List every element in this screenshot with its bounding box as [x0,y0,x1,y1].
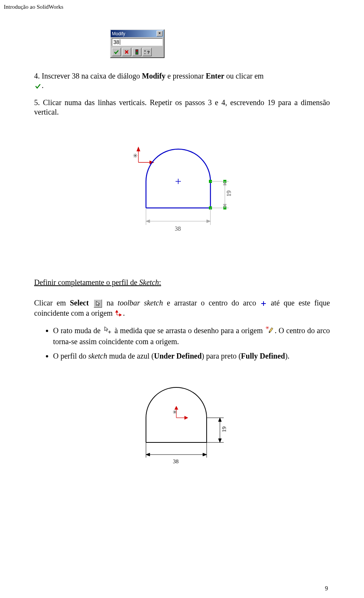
paragraph-select: Clicar em Select na toolbar sketch e arr… [34,298,330,319]
plus-minus-button[interactable]: + − ? [143,48,152,56]
sketch-figure-under-defined: ✳ [34,136,330,236]
select-arrow-icon [94,299,102,308]
svg-marker-54 [218,439,221,442]
bullet-1: O rato muda de à medida que se arrasta o… [53,326,330,346]
step-4-number: 4. [34,72,40,80]
bullet-2-b: muda de azul ( [107,352,154,360]
svg-point-2 [136,53,138,54]
svg-marker-35 [119,314,121,316]
cursor-drag-icon [104,326,112,337]
step-4: 4. Inscrever 38 na caixa de diálogo Modi… [34,71,330,91]
check-icon [114,50,119,54]
bullet-2: O perfil do sketch muda de azul (Under D… [53,351,330,361]
dim-38-label: 38 [175,225,181,232]
traffic-light-icon [135,49,139,55]
modify-value: 38 [113,39,119,45]
cross-blue-icon [261,299,266,308]
para-select-word: Select [70,299,89,307]
svg-text:✳: ✳ [133,153,138,159]
svg-rect-40 [269,328,273,332]
origin-axes-icon [115,309,122,319]
step-4-text-b: e pressionar [166,72,206,80]
bullet-2-c: ) para preto ( [202,352,241,360]
dim-38-label-2: 38 [173,458,179,464]
step-4-enter: Enter [206,72,224,80]
para-select-a: Clicar em [34,299,70,307]
para-select-e: . [123,309,125,317]
step-4-text-a: Inscrever 38 na caixa de diálogo [42,72,142,80]
modify-titlebar: Modify × [111,30,164,37]
svg-point-1 [136,50,138,52]
svg-marker-58 [146,453,150,456]
bullet-2-d: ). [285,352,290,360]
svg-text:✳: ✳ [173,409,177,415]
step-5: 5. Clicar numa das linhas verticais. Rep… [34,98,330,117]
dim-19-label: 19 [226,190,232,197]
section-title-b: : [159,278,161,286]
modify-dialog: Modify × 38 [110,29,330,58]
sketch-figure-fully-defined: ✳ 19 38 [34,376,330,469]
svg-marker-53 [218,418,221,422]
bullet-2-sketch: sketch [88,352,107,360]
svg-marker-59 [203,453,207,456]
bullet-1-b: à medida que se arrasta o desenho para a… [115,326,265,335]
svg-marker-29 [207,220,210,223]
plus-minus-help-icon: + − ? [144,49,150,55]
svg-marker-28 [146,220,150,223]
page-header: Introdução ao SolidWorks [4,4,330,10]
page-number: 9 [325,585,328,592]
para-select-toolbar: toolbar sketch [118,299,163,307]
svg-marker-48 [185,416,188,419]
step-4-text-c: ou clicar em [224,72,264,80]
modify-title: Modify [112,31,125,36]
step-5-number: 5. [34,98,40,107]
section-title-a: Definir completamente o perfil de [34,278,139,286]
step-4-text-d: . [42,81,44,90]
svg-text:?: ? [147,50,150,55]
x-icon [124,50,129,54]
bullet-2-fully: Fully Defined [241,352,285,360]
section-title-sketch: Sketch [139,278,159,286]
dim-19-label-2: 19 [221,426,227,432]
pencil-origin-icon: ✳ [265,326,274,336]
bullet-2-under: Under Defined [154,352,202,360]
bullet-2-a: O perfil do [53,352,88,360]
step-4-modify: Modify [142,72,165,80]
cancel-button[interactable] [122,48,131,56]
traffic-button[interactable] [132,48,141,56]
svg-marker-7 [137,147,140,151]
para-select-c: e arrastar o centro do arco [163,299,260,307]
bullet-list: O rato muda de à medida que se arrasta o… [34,326,330,361]
svg-text:−: − [144,52,146,55]
modify-input[interactable]: 38 [112,38,163,46]
bullet-1-a: O rato muda de [53,326,103,335]
svg-marker-46 [175,406,178,409]
section-title: Definir completamente o perfil de Sketch… [34,278,330,287]
svg-marker-33 [116,310,118,312]
para-select-b: na [107,299,118,307]
check-small-icon [35,82,41,91]
svg-text:✳: ✳ [265,326,269,330]
confirm-button[interactable] [112,48,121,56]
text-caret-icon [120,39,120,45]
step-5-text: Clicar numa das linhas verticais. Repeti… [34,98,330,116]
close-icon[interactable]: × [157,31,163,36]
